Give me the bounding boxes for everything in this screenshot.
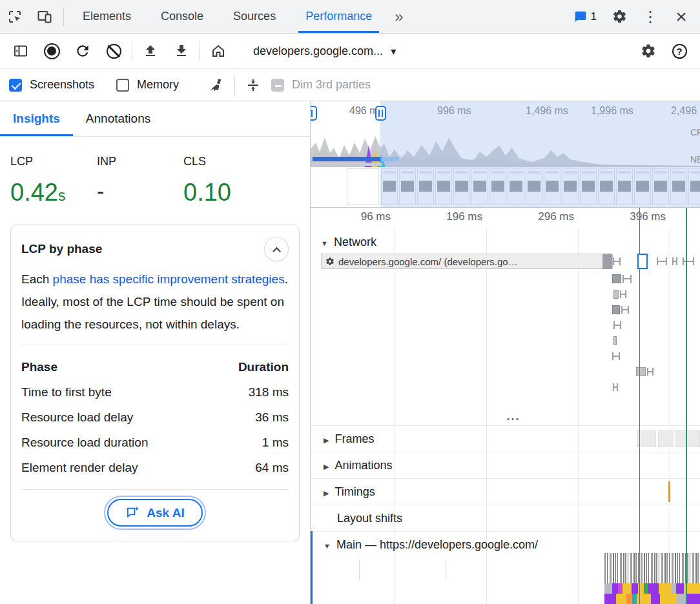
lcp-by-phase-card: LCP by phase Each phase has specific imp… (10, 225, 300, 541)
dim-third-parties-label: Dim 3rd parties (292, 78, 371, 92)
clear-button[interactable] (98, 37, 129, 65)
memory-checkbox[interactable]: Memory (116, 78, 179, 92)
tab-annotations[interactable]: Annotations (73, 101, 163, 136)
more-tabs-icon[interactable] (387, 0, 411, 33)
request-whisker (612, 352, 620, 360)
metric-lcp: LCP 0.42s (10, 155, 97, 206)
screenshots-checkbox[interactable]: Screenshots (9, 78, 94, 92)
timeline-overview[interactable]: 496 ms 996 ms 1,496 ms 1,996 ms 2,496 ms… (311, 101, 700, 208)
metric-inp: INP - (97, 155, 183, 206)
close-devtools-icon[interactable] (666, 7, 696, 26)
tabbar-right-actions: 1 (568, 0, 700, 33)
devtools-tabbar: Elements Console Sources Performance 1 (0, 0, 700, 34)
selected-request-outline[interactable] (637, 254, 648, 269)
core-web-vitals: LCP 0.42s INP - CLS 0.10 (0, 137, 310, 206)
capture-options-toolbar: Screenshots Memory Dim 3rd parties (0, 69, 700, 101)
tab-insights[interactable]: Insights (0, 101, 73, 136)
device-toolbar-icon[interactable] (30, 0, 59, 33)
layout-shifts-track-label: Layout shifts (337, 512, 402, 525)
show-more-button[interactable]: ... (500, 410, 526, 423)
request-whisker (647, 368, 654, 376)
request-whisker (657, 257, 667, 265)
frames-track-header[interactable]: Frames (311, 425, 700, 452)
table-row: Time to first byte318 ms (21, 379, 289, 405)
track-rows: Frames Animations Timings Layout shifts (311, 425, 700, 558)
capture-settings-gear-icon[interactable] (633, 37, 664, 65)
collapse-card-button[interactable] (264, 237, 289, 261)
record-button[interactable] (36, 37, 67, 65)
phase-column-header: Phase (21, 354, 57, 379)
record-and-reload-button[interactable] (67, 37, 98, 65)
ask-ai-button[interactable]: Ask AI (107, 499, 202, 527)
network-track-header[interactable]: Network (321, 236, 376, 249)
window-right-handle[interactable] (375, 106, 386, 121)
kebab-menu-icon[interactable] (635, 8, 665, 26)
card-description: Each phase has specific improvement stra… (21, 268, 289, 336)
main-track-edge-marker (311, 531, 313, 604)
network-request-label: developers.google.com/ (developers.go… (338, 256, 601, 267)
tab-elements[interactable]: Elements (68, 0, 146, 33)
ruler-tick: 96 ms (333, 210, 391, 223)
page-selector-dropdown[interactable]: developers.google.com... (245, 41, 452, 62)
animations-track-header[interactable]: Animations (311, 452, 700, 478)
inspect-element-icon[interactable] (0, 0, 30, 33)
collapse-tracks-icon[interactable] (238, 72, 269, 99)
timings-track-label: Timings (335, 485, 375, 499)
tab-sources[interactable]: Sources (218, 0, 291, 33)
toolbar-divider (63, 7, 64, 26)
network-request-bar[interactable]: developers.google.com/ (developers.go… (321, 254, 613, 269)
network-request-bar[interactable] (613, 290, 619, 299)
phase-table-header: Phase Duration (21, 354, 289, 379)
metric-value: 0.10 (183, 179, 270, 206)
request-whisker (683, 257, 694, 265)
main-track-label: Main — https://developers.google.com/ (336, 538, 538, 552)
cpu-track-label: CPU (690, 127, 700, 137)
duration-column-header: Duration (238, 354, 289, 379)
performance-toolbar: developers.google.com... (0, 34, 700, 69)
window-left-handle[interactable] (311, 106, 317, 121)
screenshots-label: Screenshots (30, 78, 94, 92)
record-icon (44, 43, 60, 59)
settings-gear-icon[interactable] (604, 9, 634, 24)
network-request-bar[interactable] (636, 367, 646, 376)
divider (21, 345, 289, 345)
help-icon[interactable] (664, 37, 695, 65)
garbage-collect-icon[interactable] (201, 72, 232, 99)
net-activity-bar-secondary (313, 163, 382, 166)
network-request-bar[interactable] (612, 305, 620, 314)
panel-tabs: Elements Console Sources Performance (68, 0, 411, 33)
frames-preview (637, 430, 700, 447)
request-whisker (613, 383, 618, 391)
card-header: LCP by phase (21, 237, 289, 261)
dropdown-caret-icon (391, 45, 396, 58)
timeline-panel: 496 ms 996 ms 1,496 ms 1,996 ms 2,496 ms… (311, 101, 700, 604)
animations-track-label: Animations (335, 459, 392, 472)
home-icon[interactable] (203, 37, 234, 65)
request-whisker (621, 306, 629, 314)
checkbox-disabled-icon (271, 79, 284, 92)
network-request-bar[interactable] (613, 336, 617, 345)
network-request-bar[interactable] (612, 274, 621, 283)
request-whisker (620, 290, 626, 298)
net-activity-bar (313, 157, 381, 161)
network-track-label: Network (334, 236, 376, 249)
timings-track-header[interactable]: Timings (311, 478, 700, 505)
ruler-tick: 396 ms (608, 210, 666, 223)
performance-content: Insights Annotations LCP 0.42s INP - CLS… (0, 101, 700, 604)
table-row: Resource load delay36 ms (21, 405, 289, 430)
request-whisker (672, 257, 677, 265)
memory-label: Memory (137, 78, 179, 92)
filmstrip-frame[interactable] (347, 168, 379, 205)
ask-ai-row: Ask AI (21, 499, 289, 530)
improvement-strategies-link[interactable]: phase has specific improvement strategie… (53, 272, 285, 286)
expander-right-icon (324, 459, 329, 472)
console-messages-button[interactable]: 1 (568, 10, 603, 23)
tab-performance[interactable]: Performance (291, 0, 387, 33)
toggle-sidebar-icon[interactable] (5, 37, 36, 65)
checkbox-unchecked-icon (116, 79, 129, 92)
tab-console[interactable]: Console (146, 0, 218, 33)
layout-shifts-track-header[interactable]: Layout shifts (311, 505, 700, 531)
download-profile-icon[interactable] (166, 37, 197, 65)
upload-profile-icon[interactable] (135, 37, 166, 65)
request-whisker (613, 257, 621, 265)
